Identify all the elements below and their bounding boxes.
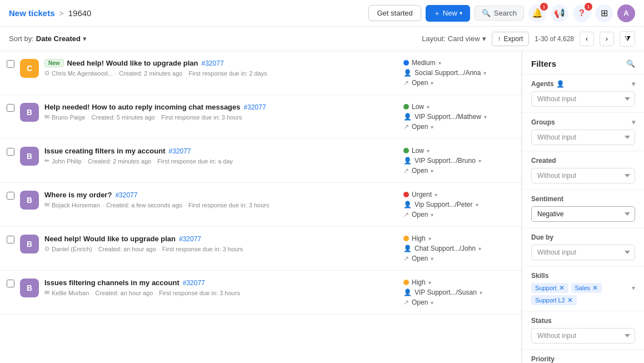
groups-select[interactable]: Without input — [531, 130, 635, 145]
ticket-priority[interactable]: High ▾ — [403, 235, 431, 242]
sort-control[interactable]: Sort by: Date Created ▾ — [9, 34, 87, 43]
ticket-status[interactable]: ↗ Open ▾ — [403, 255, 433, 262]
ticket-row[interactable]: B Issue creating filters in my account #… — [0, 139, 521, 183]
person-icon: 👤 — [403, 157, 412, 165]
ticket-status[interactable]: ↗ Open ▾ — [403, 79, 433, 87]
ticket-priority[interactable]: High ▾ — [403, 279, 431, 286]
get-started-button[interactable]: Get started — [368, 5, 421, 21]
filters-search-icon[interactable]: 🔍 — [626, 59, 635, 68]
next-page-button[interactable]: › — [600, 32, 614, 46]
priority-label: Urgent — [412, 191, 432, 198]
ticket-team[interactable]: 👤 VIP Support.../Mathew ▾ — [403, 113, 487, 121]
ticket-due: First response due in: 3 hours — [159, 290, 240, 296]
agents-select[interactable]: Without input — [531, 91, 635, 107]
ticket-row[interactable]: C New Need help! Would like to upgrade p… — [0, 51, 521, 95]
filter-label-status: Status — [531, 317, 635, 325]
top-bar: New tickets > 19640 Get started ＋ New ▾ … — [0, 0, 644, 27]
ticket-title: Issue creating filters in my account — [44, 147, 165, 155]
team-chevron-icon: ▾ — [478, 158, 481, 164]
status-icon: ↗ — [403, 211, 409, 218]
ticket-status[interactable]: ↗ Open ▾ — [403, 123, 433, 131]
ticket-checkbox[interactable] — [7, 104, 14, 112]
megaphone-button[interactable]: 📢 — [551, 4, 568, 22]
ticket-row[interactable]: B Where is my order? #32077 ✉ Bojack Hor… — [0, 183, 521, 227]
ticket-status[interactable]: ↗ Open ▾ — [403, 211, 433, 218]
main-layout: C New Need help! Would like to upgrade p… — [0, 51, 644, 363]
ticket-team[interactable]: 👤 Chat Support.../John ▾ — [403, 245, 481, 252]
ticket-title-row: Help needed! How to auto reply incoming … — [44, 103, 398, 111]
ticket-row[interactable]: B Need help! Would like to upgrade plan … — [0, 227, 521, 271]
help-button[interactable]: ? 1 — [573, 4, 591, 22]
ticket-right: Medium ▾ 👤 Social Support.../Anna ▾ ↗ Op… — [403, 59, 515, 87]
ticket-avatar: B — [20, 147, 39, 166]
ticket-created: Created: 5 minutes ago — [92, 114, 155, 121]
priority-label: High — [412, 279, 426, 286]
ticket-avatar: B — [20, 191, 39, 210]
ticket-priority[interactable]: Low ▾ — [403, 103, 430, 111]
person-icon: 👤 — [403, 289, 412, 296]
skills-dropdown-icon[interactable]: ▾ — [632, 284, 635, 292]
new-button[interactable]: ＋ New ▾ — [426, 5, 470, 22]
ticket-checkbox-wrap — [7, 103, 14, 113]
status-select[interactable]: Without input — [531, 328, 635, 344]
ticket-right: Urgent ▾ 👤 Vip Support.../Peter ▾ ↗ Open… — [403, 191, 515, 218]
skill-tag-support-l2-remove[interactable]: ✕ — [567, 296, 573, 304]
top-bar-right: Get started ＋ New ▾ 🔍 Search 🔔 1 📢 ? 1 ⊞… — [368, 4, 635, 22]
sort-chevron-icon: ▾ — [83, 34, 87, 43]
ticket-checkbox[interactable] — [7, 192, 14, 200]
filter-label-priority: Priority — [531, 355, 635, 363]
ticket-due: First response due in: 3 hours — [162, 246, 243, 252]
ticket-created: Created: a few seconds ago — [106, 202, 182, 208]
agents-icon: 👤 — [556, 80, 565, 88]
ticket-meta: ⊙ Daniel (Enrich) · Created: an hour ago… — [44, 245, 398, 252]
layout-control[interactable]: Layout: Card view ▾ — [422, 34, 486, 43]
ticket-priority[interactable]: Medium ▾ — [403, 59, 441, 67]
export-button[interactable]: ↑ Export — [492, 32, 530, 46]
ticket-id: #32077 — [183, 279, 205, 287]
filters-header: Filters 🔍 — [522, 51, 644, 74]
ticket-checkbox[interactable] — [7, 60, 14, 68]
ticket-team[interactable]: 👤 VIP Support.../Susan ▾ — [403, 289, 482, 296]
ticket-row[interactable]: B Help needed! How to auto reply incomin… — [0, 95, 521, 139]
ticket-team[interactable]: 👤 Social Support.../Anna ▾ — [403, 69, 486, 77]
page-title: New tickets — [9, 8, 55, 18]
ticket-content: New Need help! Would like to upgrade pla… — [44, 59, 398, 77]
prev-page-button[interactable]: ‹ — [580, 32, 594, 46]
ticket-meta: ✏ John Philip · Created: 2 minutes ago ·… — [44, 157, 398, 165]
ticket-team[interactable]: 👤 Vip Support.../Peter ▾ — [403, 201, 478, 208]
ticket-checkbox[interactable] — [7, 280, 14, 287]
filter-toggle-button[interactable]: ⧩ — [620, 31, 635, 47]
filter-section-agents: Agents 👤 ▾ Without input — [522, 74, 644, 113]
ticket-id: #32077 — [202, 59, 224, 67]
notifications-button[interactable]: 🔔 1 — [528, 4, 546, 22]
skill-tag-support-remove[interactable]: ✕ — [559, 284, 565, 292]
ticket-row[interactable]: B Issues filtering channels in my accoun… — [0, 271, 521, 315]
ticket-priority[interactable]: Urgent ▾ — [403, 191, 437, 198]
ticket-meta-icon: ✉ — [44, 113, 49, 121]
help-badge: 1 — [585, 3, 592, 11]
ticket-id: #32077 — [179, 235, 201, 243]
ticket-team[interactable]: 👤 VIP Support.../Bruno ▾ — [403, 157, 481, 165]
ticket-status[interactable]: ↗ Open ▾ — [403, 299, 433, 306]
ticket-content: Issues filtering channels in my account … — [44, 279, 398, 296]
ticket-due: First response due in: a day — [157, 158, 233, 165]
ticket-checkbox-wrap — [7, 147, 14, 157]
status-label: Open — [412, 299, 428, 306]
filter-section-sentiment: Sentiment Negative Positive Neutral With… — [522, 190, 644, 228]
ticket-checkbox[interactable] — [7, 148, 14, 156]
ticket-checkbox[interactable] — [7, 236, 14, 243]
search-button[interactable]: 🔍 Search — [475, 6, 524, 21]
team-chevron-icon: ▾ — [478, 246, 481, 252]
agents-chevron-icon: ▾ — [632, 80, 635, 88]
created-select[interactable]: Without input — [531, 168, 635, 183]
sentiment-select[interactable]: Negative Positive Neutral Without input — [531, 206, 635, 222]
ticket-priority[interactable]: Low ▾ — [403, 147, 430, 155]
due-by-select[interactable]: Without input — [531, 245, 635, 260]
priority-label: Medium — [412, 59, 436, 67]
ticket-status[interactable]: ↗ Open ▾ — [403, 167, 433, 175]
ticket-author: Bruno Paige — [52, 114, 86, 121]
ticket-title: Need help! Would like to upgrade plan — [44, 235, 176, 243]
skill-tag-sales-remove[interactable]: ✕ — [592, 284, 598, 292]
avatar[interactable]: A — [617, 4, 635, 22]
apps-button[interactable]: ⊞ — [595, 4, 613, 22]
